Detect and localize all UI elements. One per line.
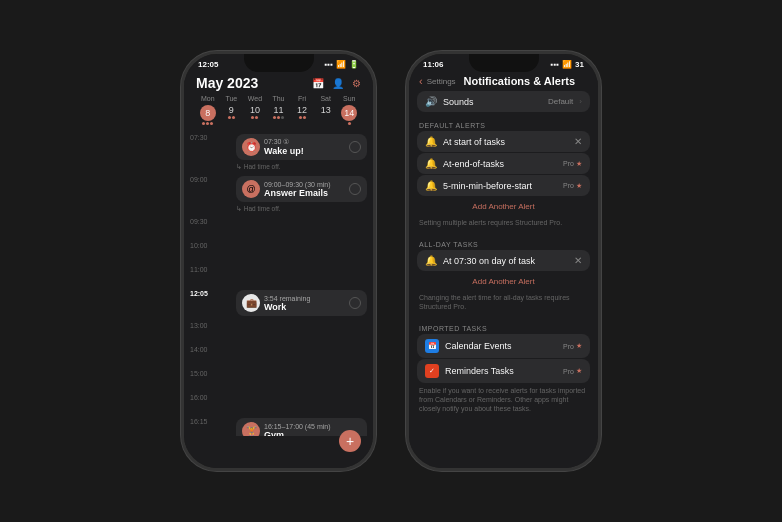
all-day-x[interactable]: ✕ [574, 255, 582, 266]
back-arrow-icon[interactable]: ‹ [419, 75, 423, 87]
all-day-alert-row[interactable]: 🔔 At 07:30 on day of task ✕ [417, 250, 590, 271]
add-alert-button-1[interactable]: Add Another Alert [417, 197, 590, 216]
week-dates: 8 9 10 11 12 [196, 105, 361, 125]
timeline-0730: 07:30 ⏰ 07:30 ① Wake up! ↳ Had time off. [184, 132, 373, 174]
default-alerts-label: DEFAULT ALERTS [417, 118, 590, 131]
alert-before-row[interactable]: 🔔 5-min-min-before-start Pro ★ [417, 175, 590, 196]
date-8[interactable]: 8 [196, 105, 220, 125]
timeline-1500: 15:00 [184, 368, 373, 392]
all-day-alert-icon: 🔔 [425, 255, 437, 266]
date-11[interactable]: 11 [267, 105, 291, 125]
wakeup-circle[interactable] [349, 141, 361, 153]
settings-icon[interactable]: ⚙ [352, 78, 361, 89]
wakeup-name: Wake up! [264, 146, 345, 156]
reminders-pro: Pro ★ [563, 367, 582, 375]
weekday-sat: Sat [314, 95, 338, 102]
time-1500: 15:00 [190, 368, 216, 377]
calendar-title: May 2023 [196, 75, 258, 91]
add-alert-button-2[interactable]: Add Another Alert [417, 272, 590, 291]
alert-end-row[interactable]: 🔔 At-end-of-tasks Pro ★ [417, 153, 590, 174]
calendar-events-row[interactable]: 📅 Calendar Events Pro ★ [417, 334, 590, 358]
left-phone-notch [244, 54, 314, 72]
default-alerts-note: Setting multiple alerts requires Structu… [417, 216, 590, 231]
email-name: Answer Emails [264, 188, 345, 198]
alert-start-label: At start of tasks [443, 137, 568, 147]
alert-end-pro: Pro ★ [563, 160, 582, 168]
timeline-1100: 11:00 [184, 264, 373, 288]
time-1205: 12:05 [190, 288, 216, 297]
weekday-wed: Wed [243, 95, 267, 102]
alert-start-row[interactable]: 🔔 At start of tasks ✕ [417, 131, 590, 152]
sounds-value: Default [548, 97, 573, 106]
time-1600: 16:00 [190, 392, 216, 401]
work-icon: 💼 [242, 294, 260, 312]
timeline-1205: 12:05 💼 3:54 remaining Work [184, 288, 373, 320]
signal-icon: ▪▪▪ [324, 60, 333, 69]
alert-before-icon: 🔔 [425, 180, 437, 191]
reminders-row[interactable]: ✓ Reminders Tasks Pro ★ [417, 359, 590, 383]
reminders-label: Reminders Tasks [445, 366, 557, 376]
timeline-1000: 10:00 [184, 240, 373, 264]
time-1000: 10:00 [190, 240, 216, 249]
right-phone: 11:06 ▪▪▪ 📶 31 ‹ Settings Notifications … [406, 51, 601, 471]
date-9[interactable]: 9 [220, 105, 244, 125]
left-phone-screen: 12:05 ▪▪▪ 📶 🔋 May 2023 📅 👤 ⚙ [184, 54, 373, 468]
wifi-icon: 📶 [336, 60, 346, 69]
right-status-icons: ▪▪▪ 📶 31 [551, 60, 584, 69]
timeline: 07:30 ⏰ 07:30 ① Wake up! ↳ Had time off. [184, 132, 373, 436]
work-remaining: 3:54 remaining [264, 295, 345, 302]
all-day-label: ALL-DAY TASKS [417, 237, 590, 250]
weekday-tue: Tue [220, 95, 244, 102]
timeline-0900: 09:00 @ 09:00–09:30 (30 min) Answer Emai… [184, 174, 373, 216]
alert-before-pro: Pro ★ [563, 182, 582, 190]
email-time: 09:00–09:30 (30 min) [264, 181, 345, 188]
date-14[interactable]: 14 [337, 105, 361, 125]
time-1100: 11:00 [190, 264, 216, 273]
alert-end-label: At-end-of-tasks [443, 159, 557, 169]
right-signal-icon: ▪▪▪ [551, 60, 560, 69]
time-0900: 09:00 [190, 174, 216, 183]
work-name: Work [264, 302, 345, 312]
right-status-time: 11:06 [423, 60, 443, 69]
all-day-note: Changing the alert time for all-day task… [417, 291, 590, 315]
right-phone-notch [469, 54, 539, 72]
date-13[interactable]: 13 [314, 105, 338, 125]
timeline-1300: 13:00 [184, 320, 373, 344]
settings-body: 🔊 Sounds Default › DEFAULT ALERTS 🔔 At s… [409, 91, 598, 467]
gym-time: 16:15–17:00 (45 min) [264, 423, 361, 430]
alert-start-icon: 🔔 [425, 136, 437, 147]
time-1400: 14:00 [190, 344, 216, 353]
time-0730: 07:30 [190, 132, 216, 141]
sounds-label: Sounds [443, 97, 542, 107]
profile-icon[interactable]: 👤 [332, 78, 344, 89]
email-icon: @ [242, 180, 260, 198]
add-event-button[interactable]: + [339, 430, 361, 452]
time-1300: 13:00 [190, 320, 216, 329]
imported-section: IMPORTED TASKS 📅 Calendar Events Pro ★ ✓… [417, 321, 590, 417]
calendar-events-label: Calendar Events [445, 341, 557, 351]
work-circle[interactable] [349, 297, 361, 309]
calendar-events-icon: 📅 [425, 339, 439, 353]
email-circle[interactable] [349, 183, 361, 195]
wakeup-icon: ⏰ [242, 138, 260, 156]
settings-nav-back-label[interactable]: Settings [427, 77, 456, 86]
settings-nav: ‹ Settings Notifications & Alerts [409, 71, 598, 91]
all-day-alert-label: At 07:30 on day of task [443, 256, 568, 266]
gym-icon: 🏋 [242, 422, 260, 436]
sounds-row[interactable]: 🔊 Sounds Default › [417, 91, 590, 112]
event-wakeup[interactable]: ⏰ 07:30 ① Wake up! [236, 134, 367, 160]
event-work[interactable]: 💼 3:54 remaining Work [236, 290, 367, 316]
wakeup-note: ↳ Had time off. [236, 162, 367, 172]
alert-start-x[interactable]: ✕ [574, 136, 582, 147]
week-days-header: Mon Tue Wed Thu Fri Sat Sun [196, 95, 361, 102]
sounds-section: 🔊 Sounds Default › [417, 91, 590, 112]
calendar-header-icons[interactable]: 📅 👤 ⚙ [312, 78, 361, 89]
alert-end-icon: 🔔 [425, 158, 437, 169]
event-email[interactable]: @ 09:00–09:30 (30 min) Answer Emails [236, 176, 367, 202]
reminders-icon: ✓ [425, 364, 439, 378]
date-10[interactable]: 10 [243, 105, 267, 125]
weekday-sun: Sun [337, 95, 361, 102]
wakeup-time: 07:30 ① [264, 138, 345, 146]
calendar-icon[interactable]: 📅 [312, 78, 324, 89]
date-12[interactable]: 12 [290, 105, 314, 125]
